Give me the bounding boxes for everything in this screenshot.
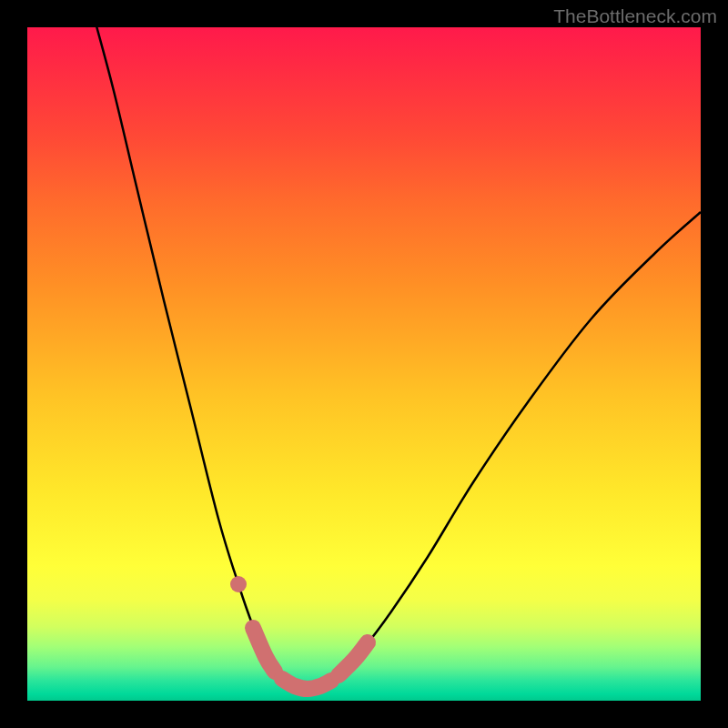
curve-svg [27,27,701,701]
plot-area [27,27,701,701]
highlight-segment-0 [253,628,275,672]
highlight-segment-2 [339,642,368,675]
highlight-overlay [230,576,368,689]
highlight-segment-1 [282,679,331,689]
bottleneck-curve [96,27,701,689]
watermark-text: TheBottleneck.com [553,5,717,27]
highlight-dot [230,576,247,592]
